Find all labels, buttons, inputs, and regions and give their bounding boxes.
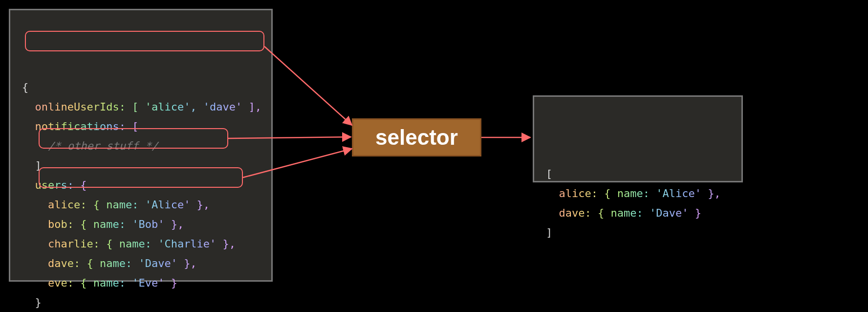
code-line: ]: [546, 226, 552, 239]
code-line: }: [22, 296, 42, 309]
code-line: onlineUserIds: [ 'alice', 'dave' ],: [22, 101, 261, 113]
code-line: bob: { name: 'Bob' },: [22, 218, 184, 230]
selector-node: selector: [352, 118, 481, 156]
diagram-stage: { onlineUserIds: [ 'alice', 'dave' ], no…: [0, 0, 868, 312]
code-line: alice: { name: 'Alice' },: [546, 187, 721, 200]
code-line: dave: { name: 'Dave' },: [22, 257, 197, 269]
code-line: ]: [22, 159, 42, 172]
code-line: charlie: { name: 'Charlie' },: [22, 238, 236, 250]
code-line: notifications: [: [22, 120, 138, 133]
code-comment: /* other stuff */: [22, 140, 158, 152]
output-panel: [ alice: { name: 'Alice' }, dave: { name…: [533, 95, 743, 182]
source-state-panel: { onlineUserIds: [ 'alice', 'dave' ], no…: [9, 9, 273, 282]
selector-label: selector: [375, 125, 458, 150]
code-line: {: [22, 81, 28, 93]
code-line: dave: { name: 'Dave' }: [546, 207, 701, 219]
arrow-onlineuserids-to-selector: [264, 46, 352, 125]
code-line: eve: { name: 'Eve' }: [22, 277, 177, 289]
code-line: [: [546, 168, 552, 180]
code-line: users: {: [22, 179, 87, 191]
code-line: alice: { name: 'Alice' },: [22, 199, 210, 211]
